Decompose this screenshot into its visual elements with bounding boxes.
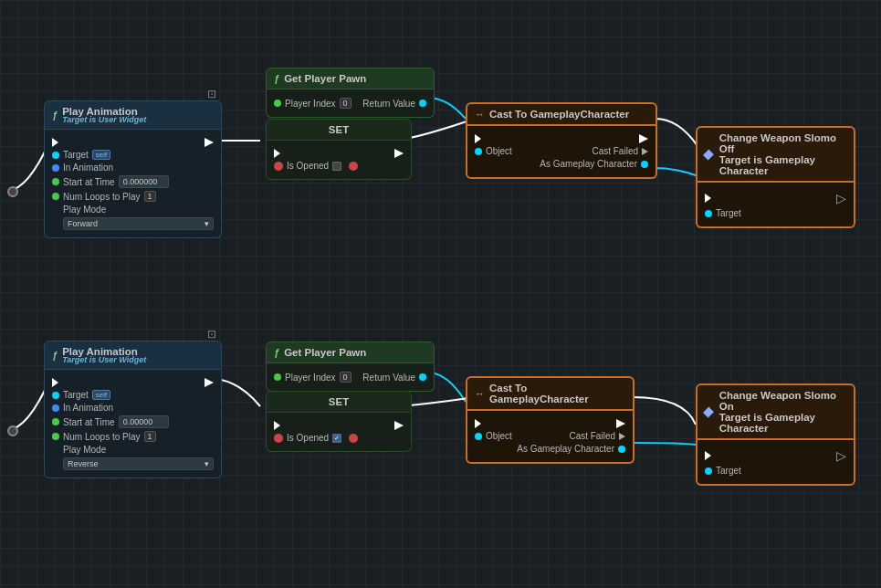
- set-body-bottom: Is Opened: [266, 413, 412, 452]
- in-anim-pin: [52, 164, 59, 172]
- play-mode-row-bottom: Play Mode: [52, 445, 214, 455]
- set-node-top: SET Is Opened: [266, 119, 412, 180]
- set-exec-in-top: [274, 149, 283, 158]
- as-gameplay-pin-bottom: [618, 446, 625, 453]
- monitor-icon-bottom: ⊡: [207, 328, 216, 341]
- num-loops-row-bottom: Num Loops to Play 1: [52, 431, 214, 442]
- start-time-pin: [52, 178, 59, 185]
- weapon-node-bottom: Change Weapon Slomo On Target is Gamepla…: [696, 383, 855, 486]
- set-body-top: Is Opened: [266, 141, 412, 180]
- cast-header-top: ↔ Cast To GameplayCharacter: [466, 102, 657, 126]
- cast-exec-in-bottom: [475, 419, 484, 428]
- cast-exec-in-top: [475, 134, 484, 143]
- play-animation-node-bottom: ⊡ ƒ Play Animation Target is User Widget…: [44, 341, 222, 478]
- cast-header-bottom: ↔ Cast To GameplayCharacter: [466, 376, 635, 411]
- is-opened-row-top: Is Opened: [274, 161, 404, 171]
- set-exec-in-bottom: [274, 421, 283, 430]
- as-gameplay-row-bottom: As Gameplay Character: [475, 444, 625, 454]
- exec-in-row-bottom: [52, 378, 214, 387]
- weapon-body-bottom: ▷ Target: [696, 440, 855, 486]
- cast-exec-out-top: [639, 134, 648, 143]
- weapon-node-top: Change Weapon Slomo Off Target is Gamepl…: [696, 126, 855, 228]
- cast-failed-triangle-bottom: [619, 433, 625, 440]
- num-loops-row: Num Loops to Play 1: [52, 191, 214, 202]
- return-value-pin-bottom: [419, 373, 426, 381]
- play-animation-body-bottom: Target self In Animation Start at Time 0…: [44, 370, 222, 478]
- set-title-bottom: SET: [329, 396, 349, 407]
- monitor-icon-top: ⊡: [207, 88, 216, 100]
- cast-icon-top: ↔: [475, 109, 485, 120]
- exec-out-pin: [205, 138, 214, 147]
- return-value-pin-top: [419, 100, 426, 107]
- cast-icon-bottom: ↔: [475, 388, 485, 399]
- weapon-exec-out-top: ▷: [836, 191, 846, 205]
- is-opened-checkbox-bottom[interactable]: [332, 434, 341, 443]
- in-anim-row: In Animation: [52, 163, 214, 173]
- set-title-top: SET: [329, 124, 349, 135]
- cast-title-bottom: Cast To GameplayCharacter: [489, 383, 625, 404]
- start-time-row: Start at Time 0.000000: [52, 175, 214, 188]
- cast-body-top: Object Cast Failed As Gameplay Character: [466, 126, 657, 179]
- node-subtitle-bottom: Target is User Widget: [62, 355, 146, 364]
- weapon-target-row-bottom: Target: [705, 466, 846, 476]
- function-icon-pawn-bottom: ƒ: [274, 347, 279, 358]
- is-opened-pin-top: [274, 162, 283, 171]
- cast-exec-row-bottom: [475, 419, 625, 428]
- weapon-title-top: Change Weapon Slomo Off: [719, 132, 846, 154]
- node-subtitle: Target is User Widget: [62, 115, 146, 124]
- set-exec-out-top: [394, 149, 404, 158]
- get-player-pawn-node-top: ƒ Get Player Pawn Player Index 0 Return …: [266, 68, 435, 118]
- play-animation-body-top: Target self In Animation Start at Time 0…: [44, 130, 222, 238]
- diamond-icon-top: [703, 149, 714, 160]
- player-index-row-top: Player Index 0 Return Value: [274, 98, 426, 109]
- cast-exec-out-bottom: [616, 419, 625, 428]
- in-anim-row-bottom: In Animation: [52, 403, 214, 413]
- is-opened-row-bottom: Is Opened: [274, 433, 404, 443]
- get-pawn-header-top: ƒ Get Player Pawn: [266, 68, 435, 89]
- weapon-header-top: Change Weapon Slomo Off Target is Gamepl…: [696, 126, 855, 183]
- object-row-bottom: Object Cast Failed: [475, 431, 625, 441]
- weapon-body-top: ▷ Target: [696, 183, 855, 228]
- weapon-subtitle-bottom: Target is Gameplay Character: [719, 412, 846, 434]
- is-opened-out-pin-top: [349, 162, 358, 171]
- left-connector-bottom: [7, 425, 18, 436]
- exec-in-row: [52, 138, 214, 147]
- target-row-bottom: Target self: [52, 390, 214, 400]
- target-pin: [52, 152, 59, 159]
- weapon-target-row-top: Target: [705, 208, 846, 218]
- weapon-exec-row-bottom: ▷: [705, 448, 846, 463]
- cast-node-bottom: ↔ Cast To GameplayCharacter Object Cast …: [466, 376, 635, 464]
- play-animation-header-bottom: ƒ Play Animation Target is User Widget: [44, 341, 222, 370]
- function-icon: ƒ: [52, 110, 58, 121]
- object-row-top: Object Cast Failed: [475, 146, 648, 156]
- wire-connections: [0, 0, 881, 588]
- start-time-row-bottom: Start at Time 0.00000: [52, 415, 214, 428]
- num-loops-pin-bottom: [52, 433, 59, 440]
- weapon-header-bottom: Change Weapon Slomo On Target is Gamepla…: [696, 383, 855, 440]
- set-header-bottom: SET: [266, 391, 412, 413]
- is-opened-pin-bottom: [274, 434, 283, 443]
- set-header-top: SET: [266, 119, 412, 141]
- player-index-pin-bottom: [274, 373, 281, 381]
- as-gameplay-pin-top: [641, 161, 648, 168]
- play-animation-node-top: ⊡ ƒ Play Animation Target is User Widget…: [44, 100, 222, 238]
- function-icon-bottom: ƒ: [52, 350, 58, 361]
- cast-node-top: ↔ Cast To GameplayCharacter Object Cast …: [466, 102, 657, 179]
- get-player-pawn-node-bottom: ƒ Get Player Pawn Player Index 0 Return …: [266, 341, 435, 392]
- is-opened-checkbox-top[interactable]: [332, 162, 341, 171]
- weapon-target-pin-bottom: [705, 467, 712, 475]
- play-mode-dropdown-bottom[interactable]: Reverse ▾: [63, 457, 214, 470]
- weapon-exec-in-bottom: [705, 451, 714, 460]
- set-node-bottom: SET Is Opened: [266, 391, 412, 452]
- weapon-target-pin-top: [705, 210, 712, 217]
- weapon-title-bottom: Change Weapon Slomo On: [719, 390, 846, 412]
- play-mode-dropdown-top[interactable]: Forward ▾: [63, 217, 214, 230]
- weapon-exec-row-top: ▷: [705, 191, 846, 205]
- function-icon-pawn-top: ƒ: [274, 73, 279, 84]
- cast-title-top: Cast To GameplayCharacter: [489, 109, 629, 120]
- start-time-pin-bottom: [52, 418, 59, 425]
- player-index-row-bottom: Player Index 0 Return Value: [274, 372, 426, 383]
- weapon-subtitle-top: Target is Gameplay Character: [719, 154, 846, 176]
- set-exec-row-top: [274, 149, 404, 158]
- object-pin-top: [475, 148, 482, 155]
